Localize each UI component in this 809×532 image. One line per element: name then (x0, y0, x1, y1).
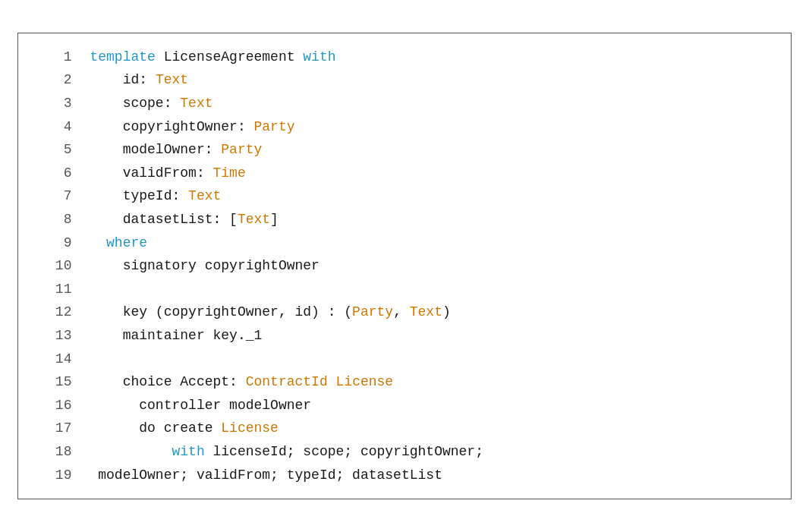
line-number: 9 (18, 231, 83, 255)
line-number: 10 (18, 254, 83, 278)
code-token: controller modelOwner (90, 398, 311, 413)
code-token: ] (270, 212, 279, 227)
code-line: 8 datasetList: [Text] (18, 208, 791, 231)
line-code (83, 278, 791, 301)
code-token: Time (212, 165, 245, 181)
code-token: Party (221, 142, 262, 157)
code-line: 4 copyrightOwner: Party (18, 115, 791, 139)
code-line: 17 do create License (18, 417, 791, 440)
code-token: Text (188, 188, 221, 203)
line-number: 6 (18, 162, 83, 185)
code-token (90, 444, 172, 459)
line-number: 14 (18, 348, 83, 371)
line-number: 15 (18, 370, 83, 394)
code-line: 3 scope: Text (18, 92, 791, 115)
code-token: Party (352, 304, 393, 320)
code-line: 1template LicenseAgreement with (18, 46, 791, 69)
line-code: controller modelOwner (83, 394, 791, 417)
code-token: License (336, 374, 394, 389)
code-line: 19 modelOwner; validFrom; typeId; datase… (18, 464, 791, 487)
code-token: typeId: (90, 188, 188, 203)
line-code: where (83, 231, 791, 255)
line-code: id: Text (83, 68, 791, 92)
code-line: 18 with licenseId; scope; copyrightOwner… (18, 440, 791, 464)
code-token: signatory copyrightOwner (90, 258, 319, 273)
line-code: typeId: Text (83, 184, 791, 208)
code-token: scope: (90, 96, 180, 111)
code-block: 1template LicenseAgreement with2 id: Tex… (17, 33, 792, 499)
code-token: template (90, 49, 163, 65)
line-code: validFrom: Time (83, 162, 791, 185)
code-token: License (221, 420, 279, 436)
code-line: 10 signatory copyrightOwner (18, 254, 791, 278)
line-number: 1 (18, 46, 83, 69)
code-token: with (303, 49, 335, 65)
code-token: Text (180, 96, 212, 111)
code-line: 14 (18, 348, 791, 371)
line-code: modelOwner; validFrom; typeId; datasetLi… (83, 464, 791, 487)
code-line: 16 controller modelOwner (18, 394, 791, 417)
line-number: 8 (18, 208, 83, 231)
code-line: 2 id: Text (18, 68, 791, 92)
line-number: 17 (18, 417, 83, 440)
line-number: 18 (18, 440, 83, 464)
code-token: modelOwner: (90, 142, 221, 157)
line-number: 11 (18, 278, 83, 301)
line-number: 5 (18, 138, 83, 162)
code-token: datasetList: [ (90, 212, 237, 227)
code-line: 13 maintainer key._1 (18, 324, 791, 348)
code-token: Text (410, 304, 442, 320)
line-code: template LicenseAgreement with (83, 46, 791, 69)
line-code: choice Accept: ContractId License (83, 370, 791, 394)
code-token: Text (238, 212, 270, 227)
line-number: 16 (18, 394, 83, 417)
code-token: Text (156, 72, 188, 87)
code-token: choice Accept: (90, 374, 245, 389)
line-code: modelOwner: Party (83, 138, 791, 162)
code-line: 5 modelOwner: Party (18, 138, 791, 162)
code-token: do create (90, 420, 221, 436)
line-code: datasetList: [Text] (83, 208, 791, 231)
line-number: 7 (18, 184, 83, 208)
line-code: key (copyrightOwner, id) : (Party, Text) (83, 301, 791, 324)
code-token: , (393, 304, 410, 320)
line-number: 4 (18, 115, 83, 139)
code-line: 9 where (18, 231, 791, 255)
code-token: copyrightOwner: (90, 119, 253, 134)
line-code: with licenseId; scope; copyrightOwner; (83, 440, 791, 464)
code-line: 7 typeId: Text (18, 184, 791, 208)
code-token (328, 374, 336, 389)
code-token: validFrom: (90, 165, 212, 181)
line-code: signatory copyrightOwner (83, 254, 791, 278)
code-token: id: (90, 72, 155, 87)
code-token: where (90, 235, 147, 250)
code-table: 1template LicenseAgreement with2 id: Tex… (18, 46, 791, 486)
line-code (83, 348, 791, 371)
code-token: LicenseAgreement (164, 49, 304, 65)
code-token: ) (442, 304, 451, 320)
line-number: 13 (18, 324, 83, 348)
code-line: 6 validFrom: Time (18, 162, 791, 185)
line-code: maintainer key._1 (83, 324, 791, 348)
code-token: with (172, 444, 204, 459)
line-code: copyrightOwner: Party (83, 115, 791, 139)
line-number: 19 (18, 464, 83, 487)
code-line: 12 key (copyrightOwner, id) : (Party, Te… (18, 301, 791, 324)
line-number: 2 (18, 68, 83, 92)
code-token: maintainer key._1 (90, 328, 262, 343)
line-code: do create License (83, 417, 791, 440)
code-token: key (copyrightOwner, id) : ( (90, 304, 352, 320)
code-line: 15 choice Accept: ContractId License (18, 370, 791, 394)
code-line: 11 (18, 278, 791, 301)
code-token: Party (254, 119, 295, 134)
code-token: ContractId (246, 374, 328, 389)
code-token: licenseId; scope; copyrightOwner; (205, 444, 483, 459)
line-number: 12 (18, 301, 83, 324)
line-number: 3 (18, 92, 83, 115)
code-token: modelOwner; validFrom; typeId; datasetLi… (90, 467, 442, 483)
line-code: scope: Text (83, 92, 791, 115)
